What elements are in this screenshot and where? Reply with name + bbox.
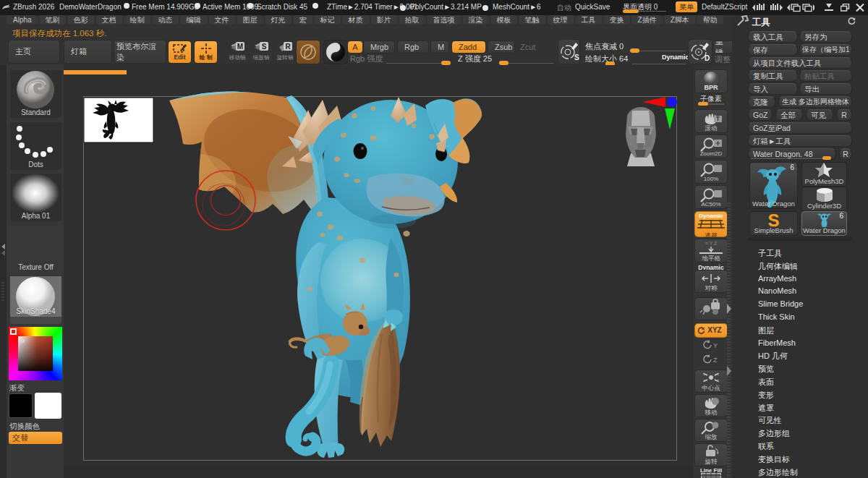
svg-text:M: M (237, 43, 243, 51)
svg-text:AC50%: AC50% (701, 201, 720, 208)
svg-text:移动: 移动 (705, 409, 718, 416)
svg-text:滚动: 滚动 (705, 124, 718, 132)
svg-text:Y: Y (713, 342, 718, 349)
svg-text:100%: 100% (704, 176, 718, 182)
svg-text:Zoom2D: Zoom2D (700, 150, 723, 157)
svg-text:中心点: 中心点 (702, 384, 720, 391)
svg-text:D: D (705, 54, 710, 62)
svg-text:Z: Z (713, 357, 718, 364)
svg-text:旋转: 旋转 (705, 458, 718, 465)
svg-text:BPR: BPR (704, 84, 718, 91)
svg-text:地平格: 地平格 (701, 255, 720, 262)
svg-text:S: S (262, 43, 267, 51)
svg-text:缩放: 缩放 (705, 433, 718, 440)
svg-text:≡ Y Z: ≡ Y Z (705, 241, 718, 246)
svg-text:R: R (285, 43, 291, 51)
svg-text:S: S (574, 54, 579, 61)
svg-text:对称: 对称 (705, 284, 718, 291)
